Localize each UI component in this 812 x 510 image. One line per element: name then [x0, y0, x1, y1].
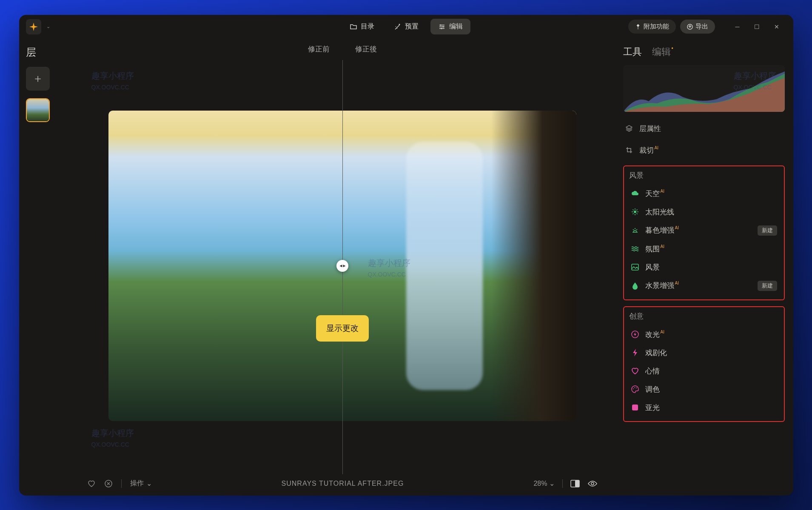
relight-tool[interactable]: 改光AI	[629, 325, 779, 344]
mood-tool[interactable]: 心情	[629, 362, 779, 380]
show-changes-button[interactable]: 显示更改	[316, 315, 369, 342]
app-logo[interactable]	[26, 19, 41, 34]
flash-icon	[631, 330, 639, 339]
svg-rect-9	[632, 264, 638, 270]
add-layer-button[interactable]: ＋	[26, 67, 50, 91]
crop-label: 裁切AI	[639, 145, 658, 155]
drop-icon	[631, 282, 639, 290]
chevron-down-icon: ⌄	[549, 479, 555, 487]
mood-label: 心情	[645, 366, 660, 376]
layer-thumb-image	[27, 99, 49, 121]
favorite-icon[interactable]	[87, 479, 96, 488]
scenery-label: 风景	[645, 262, 660, 272]
crop-icon	[625, 146, 633, 154]
layers-icon	[625, 124, 633, 133]
landscape-section: 风景 天空AI 太阳光线 暮色增强AI	[623, 165, 785, 300]
maximize-button[interactable]: ☐	[747, 19, 767, 34]
svg-point-7	[591, 482, 594, 485]
sunrays-tool[interactable]: 太阳光线	[629, 203, 779, 221]
creative-header: 创意	[629, 311, 779, 321]
catalog-label: 目录	[361, 22, 374, 31]
bottom-bar: 操作 ⌄ SUNRAYS TUTORIAL AFTER.JPEG 28% ⌄	[70, 472, 615, 496]
tab-edit[interactable]: 编辑•	[652, 46, 673, 58]
sky-label: 天空AI	[645, 189, 664, 199]
presets-button[interactable]: 预置	[386, 19, 426, 34]
extras-button[interactable]: 附加功能	[628, 20, 676, 34]
layers-title: 层	[26, 46, 63, 59]
dramatic-tool[interactable]: 戏剧化	[629, 344, 779, 362]
dramatic-label: 戏剧化	[645, 348, 667, 358]
compare-view-icon[interactable]	[570, 480, 580, 487]
toning-tool[interactable]: 调色	[629, 380, 779, 399]
app-window: ⌄ 目录 预置 编辑 附加功能 导出	[19, 15, 793, 496]
minimize-button[interactable]: ─	[728, 19, 747, 34]
matte-label: 亚光	[645, 403, 660, 413]
plus-diamond-icon	[635, 24, 641, 30]
reject-icon[interactable]	[104, 479, 113, 488]
titlebar: ⌄ 目录 预置 编辑 附加功能 导出	[19, 15, 793, 39]
edit-label: 编辑	[449, 22, 463, 31]
cave-graphic	[491, 111, 576, 421]
bottom-right: 28% ⌄	[533, 479, 597, 488]
divider	[562, 479, 563, 488]
chevron-down-icon[interactable]: ⌄	[46, 24, 50, 29]
toning-label: 调色	[645, 385, 660, 394]
palette-icon	[631, 385, 639, 393]
water-label: 水景增强AI	[645, 281, 679, 291]
sky-tool[interactable]: 天空AI	[629, 185, 779, 203]
layer-properties-tool[interactable]: 层属性	[623, 120, 785, 138]
compare-labels: 修正前 修正後	[70, 39, 615, 60]
titlebar-left: ⌄	[26, 19, 50, 34]
svg-point-8	[634, 211, 636, 213]
folder-icon	[350, 23, 357, 31]
svg-point-12	[634, 387, 635, 388]
twilight-tool[interactable]: 暮色增强AI 新建	[629, 221, 779, 240]
edit-button[interactable]: 编辑	[430, 19, 470, 34]
export-icon	[687, 24, 693, 30]
before-label: 修正前	[308, 44, 330, 54]
export-button[interactable]: 导出	[680, 20, 715, 34]
creative-section: 创意 改光AI 戏剧化 心情	[623, 306, 785, 422]
tab-tools[interactable]: 工具	[623, 46, 642, 58]
sunset-icon	[631, 226, 639, 235]
histogram[interactable]	[623, 65, 785, 112]
atmosphere-tool[interactable]: 氛围AI	[629, 240, 779, 258]
relight-label: 改光AI	[645, 330, 664, 339]
divider	[121, 479, 122, 488]
close-button[interactable]: ✕	[767, 19, 786, 34]
layer-thumbnail[interactable]	[26, 98, 50, 122]
filename: SUNRAYS TUTORIAL AFTER.JPEG	[159, 480, 527, 487]
svg-rect-6	[575, 480, 579, 487]
landscape-header: 风景	[629, 171, 779, 180]
twilight-label: 暮色增强AI	[645, 225, 679, 235]
window-controls: ─ ☐ ✕	[728, 19, 786, 34]
svg-point-0	[440, 24, 441, 26]
after-label: 修正後	[355, 44, 377, 54]
zoom-control[interactable]: 28% ⌄	[533, 479, 554, 487]
crop-tool[interactable]: 裁切AI	[623, 141, 785, 160]
svg-rect-14	[632, 405, 638, 410]
cloud-icon	[631, 189, 639, 198]
svg-point-13	[636, 387, 637, 388]
sparkle-icon	[29, 23, 38, 31]
waves-icon	[631, 245, 639, 253]
bottom-left: 操作 ⌄	[87, 479, 152, 488]
layers-panel: 层 ＋	[19, 39, 70, 496]
tools-panel: 工具 编辑• 层属性 裁切AI 风景	[615, 39, 793, 496]
water-tool[interactable]: 水景增强AI 新建	[629, 276, 779, 295]
scenery-tool[interactable]: 风景	[629, 258, 779, 276]
layer-props-label: 层属性	[639, 124, 661, 134]
titlebar-right: 附加功能 导出 ─ ☐ ✕	[628, 19, 786, 34]
preview-icon[interactable]	[587, 480, 598, 487]
catalog-button[interactable]: 目录	[342, 19, 382, 34]
compare-slider-handle[interactable]	[336, 260, 348, 272]
new-badge: 新建	[758, 225, 777, 236]
svg-point-1	[442, 26, 444, 27]
right-tabs: 工具 编辑•	[623, 46, 785, 58]
canvas-area: 修正前 修正後 显示更改 操作 ⌄	[70, 39, 615, 496]
action-menu[interactable]: 操作 ⌄	[130, 479, 152, 488]
sliders-icon	[438, 23, 446, 31]
bolt-icon	[631, 348, 639, 357]
presets-label: 预置	[405, 22, 419, 31]
matte-tool[interactable]: 亚光	[629, 399, 779, 417]
